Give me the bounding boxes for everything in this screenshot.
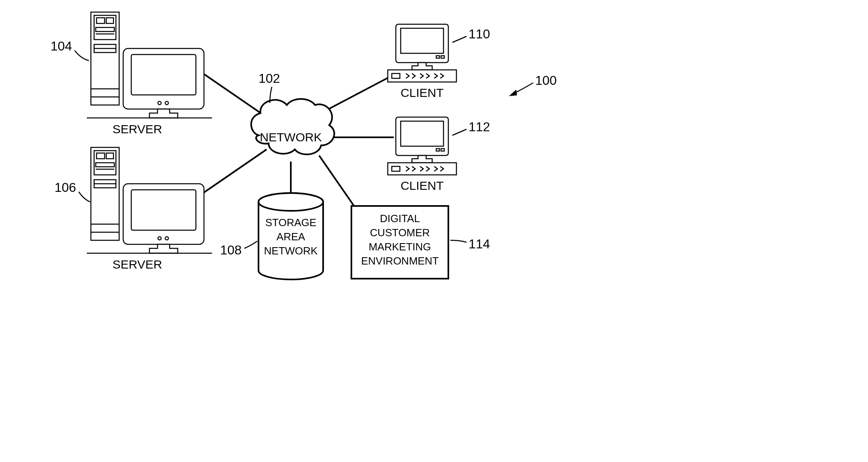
ref-108: 108 (220, 243, 242, 257)
client-110-label: CLIENT (401, 86, 444, 99)
ref-100-arrow (509, 83, 533, 96)
ref-102: 102 (259, 71, 280, 86)
svg-line-0 (202, 73, 267, 117)
client-112 (388, 117, 456, 175)
network-diagram: NETWORK (0, 0, 606, 323)
storage-label-2: AREA (277, 231, 305, 243)
network-label: NETWORK (260, 130, 322, 144)
client-110 (388, 24, 456, 82)
marketing-label-2: CUSTOMER (370, 227, 430, 239)
server-106 (87, 147, 212, 253)
svg-line-1 (202, 149, 267, 194)
ref-106: 106 (55, 180, 76, 195)
marketing-label-4: ENVIRONMENT (361, 255, 439, 267)
svg-point-27 (259, 193, 323, 211)
ref-104: 104 (50, 39, 72, 53)
svg-marker-29 (509, 90, 517, 96)
storage-label-1: STORAGE (265, 216, 317, 229)
storage-108: STORAGE AREA NETWORK (259, 193, 323, 279)
server-106-label: SERVER (113, 258, 162, 271)
server-104-label: SERVER (113, 122, 162, 136)
marketing-114: DIGITAL CUSTOMER MARKETING ENVIRONMENT (351, 206, 448, 279)
server-104 (87, 12, 212, 118)
network-cloud: NETWORK (251, 99, 334, 154)
marketing-label-1: DIGITAL (380, 212, 420, 225)
storage-label-3: NETWORK (264, 245, 318, 257)
svg-line-5 (319, 155, 355, 208)
ref-100: 100 (535, 73, 557, 88)
ref-110: 110 (469, 27, 490, 41)
marketing-label-3: MARKETING (369, 241, 431, 253)
ref-114: 114 (469, 237, 490, 251)
ref-112: 112 (469, 120, 490, 134)
client-112-label: CLIENT (401, 179, 444, 192)
